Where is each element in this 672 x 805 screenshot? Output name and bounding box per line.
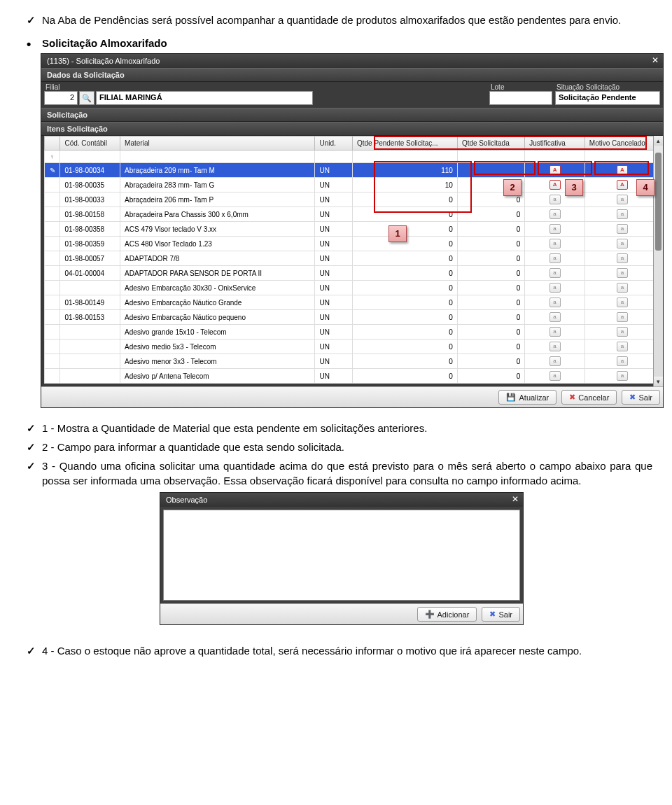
callout-4: 4	[636, 179, 654, 196]
col-cod[interactable]: Cód. Contábil	[60, 136, 120, 150]
section-heading: Solicitação Almoxarifado	[20, 37, 652, 49]
itens-label: Itens Solicitação	[41, 122, 663, 136]
dados-label: Dados da Solicitação	[41, 68, 663, 82]
note-3: 3 - Quando uma oficina solicitar uma qua…	[20, 458, 652, 488]
scroll-thumb[interactable]	[655, 153, 662, 251]
solicitacao-window: (1135) - Solicitação Almoxarifado ✕ Dado…	[41, 53, 664, 408]
adicionar-button[interactable]: ➕Adicionar	[417, 607, 477, 622]
col-qtdepend[interactable]: Qtde Pendente Solicitaç...	[353, 136, 458, 150]
callout-2: 2	[503, 179, 522, 196]
table-row[interactable]: 01-98-00358ACS 479 Visor teclado V 3.xxU…	[45, 222, 660, 237]
observacao-window: Observação ✕ ➕Adicionar ✖Sair	[160, 492, 524, 625]
filter-row[interactable]: ♀	[45, 150, 660, 163]
callout-3: 3	[565, 179, 583, 196]
note-4: 4 - Caso o estoque não aprove a quantida…	[20, 643, 652, 658]
table-row[interactable]: 01-98-00158Abraçadeira Para Chassis 300 …	[45, 207, 660, 222]
search-icon[interactable]: 🔍	[79, 91, 94, 105]
col-qtdesol[interactable]: Qtde Solicitada	[457, 136, 524, 150]
table-row[interactable]: Adesivo p/ Antena TelecomUN00aa	[45, 369, 660, 384]
close-icon[interactable]: ✕	[652, 55, 659, 65]
table-row[interactable]: 04-01-00004ADAPTADOR PARA SENSOR DE PORT…	[45, 266, 660, 281]
col-justif[interactable]: Justificativa	[525, 136, 585, 150]
lote-field[interactable]	[489, 91, 552, 105]
filial-label: Filial	[44, 83, 313, 91]
obs-title: Observação	[166, 496, 207, 504]
scroll-up-icon[interactable]: ▴	[654, 136, 663, 146]
save-icon: 💾	[506, 393, 516, 402]
solicitacao-label: Solicitação	[41, 108, 663, 122]
sair-button[interactable]: ✖Sair	[622, 390, 660, 405]
window2-button-bar: ➕Adicionar ✖Sair	[160, 603, 523, 624]
situacao-label: Situação Solicitação	[555, 83, 660, 91]
note-2: 2 - Campo para informar a quantidade que…	[20, 440, 652, 454]
intro-note: Na Aba de Pendências será possível acomp…	[20, 13, 652, 27]
window1-button-bar: 💾Atualizar ✖Cancelar ✖Sair	[41, 386, 663, 407]
table-row[interactable]: Adesivo Embarcação 30x30 - OnixServiceUN…	[45, 281, 660, 295]
intro-text: Na Aba de Pendências será possível acomp…	[42, 14, 621, 26]
obs-titlebar: Observação ✕	[160, 493, 523, 507]
col-material[interactable]: Material	[120, 136, 315, 150]
scroll-down-icon[interactable]: ▾	[654, 377, 663, 386]
sair-button[interactable]: ✖Sair	[482, 607, 520, 622]
callout-1: 1	[388, 225, 407, 242]
window-titlebar: (1135) - Solicitação Almoxarifado ✕	[41, 54, 663, 68]
atualizar-button[interactable]: 💾Atualizar	[498, 390, 556, 405]
col-unid[interactable]: Unid.	[315, 136, 353, 150]
cancelar-button[interactable]: ✖Cancelar	[561, 390, 617, 405]
table-row[interactable]: 01-98-00149Adesivo Embarcação Náutico Gr…	[45, 295, 660, 310]
grid-wrap: Cód. Contábil Material Unid. Qtde Penden…	[41, 136, 663, 386]
lote-label: Lote	[489, 83, 552, 91]
filial-row: Filial 2 🔍 FILIAL MARINGÁ Lote Situação …	[41, 82, 663, 108]
cancel-icon: ✖	[569, 393, 575, 402]
items-grid[interactable]: Cód. Contábil Material Unid. Qtde Penden…	[44, 136, 660, 384]
close-icon[interactable]: ✕	[512, 494, 519, 504]
add-icon: ➕	[425, 610, 435, 619]
filial-id-field[interactable]: 2	[44, 91, 78, 105]
grid-scrollbar[interactable]: ▴ ▾	[653, 136, 663, 386]
exit-icon: ✖	[489, 610, 496, 619]
table-row[interactable]: ✎01-98-00034Abraçadeira 209 mm- Tam MUN1…	[45, 163, 660, 178]
table-row[interactable]: Adesivo grande 15x10 - TelecomUN00aa	[45, 325, 660, 340]
col-motivo[interactable]: Motivo Cancelado	[584, 136, 659, 150]
table-row[interactable]: 01-98-00359ACS 480 Visor Teclado 1.23UN0…	[45, 237, 660, 251]
table-row[interactable]: 01-98-00153Adesivo Embarcação Náutico pe…	[45, 310, 660, 325]
exit-icon: ✖	[629, 393, 636, 402]
situacao-field: Solicitação Pendente	[555, 91, 660, 105]
table-row[interactable]: Adesivo medio 5x3 - TelecomUN00aa	[45, 340, 660, 354]
table-row[interactable]: Adesivo menor 3x3 - TelecomUN00aa	[45, 354, 660, 369]
filial-name-field[interactable]: FILIAL MARINGÁ	[96, 91, 313, 105]
window-title: (1135) - Solicitação Almoxarifado	[47, 57, 160, 65]
observacao-textarea[interactable]	[163, 510, 520, 601]
table-row[interactable]: 01-98-00057ADAPTADOR 7/8UN00aa	[45, 251, 660, 266]
note-1: 1 - Mostra a Quantidade de Material que …	[20, 421, 652, 435]
